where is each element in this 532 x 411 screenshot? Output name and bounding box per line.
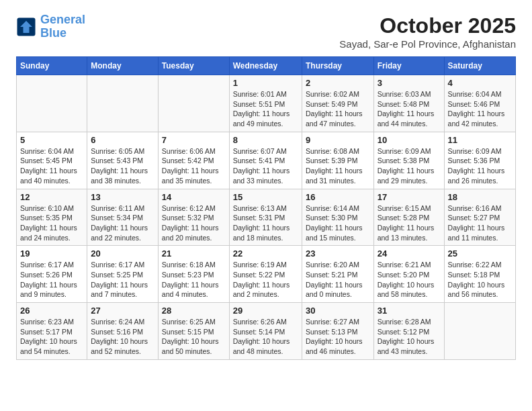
day-info: Sunrise: 6:27 AM Sunset: 5:13 PM Dayligh… — [306, 317, 370, 357]
day-number: 6 — [91, 135, 154, 145]
calendar-cell: 18Sunrise: 6:16 AM Sunset: 5:27 PM Dayli… — [444, 189, 515, 246]
calendar-cell: 14Sunrise: 6:12 AM Sunset: 5:32 PM Dayli… — [158, 189, 229, 246]
calendar-cell — [17, 75, 87, 132]
day-info: Sunrise: 6:14 AM Sunset: 5:30 PM Dayligh… — [306, 203, 370, 243]
column-header-tuesday: Tuesday — [158, 57, 229, 75]
day-info: Sunrise: 6:18 AM Sunset: 5:23 PM Dayligh… — [162, 260, 226, 300]
day-number: 25 — [448, 248, 512, 259]
calendar-cell — [444, 303, 515, 360]
calendar-cell: 19Sunrise: 6:17 AM Sunset: 5:26 PM Dayli… — [17, 246, 87, 303]
calendar-cell: 15Sunrise: 6:13 AM Sunset: 5:31 PM Dayli… — [229, 189, 302, 246]
calendar-cell: 2Sunrise: 6:02 AM Sunset: 5:49 PM Daylig… — [302, 75, 373, 132]
day-number: 10 — [378, 135, 441, 145]
calendar-cell: 27Sunrise: 6:24 AM Sunset: 5:16 PM Dayli… — [87, 303, 159, 360]
column-header-monday: Monday — [87, 57, 159, 75]
day-info: Sunrise: 6:17 AM Sunset: 5:25 PM Dayligh… — [91, 260, 154, 300]
day-info: Sunrise: 6:15 AM Sunset: 5:28 PM Dayligh… — [378, 203, 441, 243]
column-header-thursday: Thursday — [302, 57, 373, 75]
calendar-cell: 10Sunrise: 6:09 AM Sunset: 5:38 PM Dayli… — [373, 132, 444, 189]
calendar-cell: 12Sunrise: 6:10 AM Sunset: 5:35 PM Dayli… — [17, 189, 87, 246]
day-info: Sunrise: 6:10 AM Sunset: 5:35 PM Dayligh… — [20, 203, 83, 243]
day-info: Sunrise: 6:09 AM Sunset: 5:38 PM Dayligh… — [378, 146, 441, 186]
logo-text: General Blue — [40, 13, 85, 40]
day-info: Sunrise: 6:03 AM Sunset: 5:48 PM Dayligh… — [378, 89, 441, 129]
calendar-week-4: 19Sunrise: 6:17 AM Sunset: 5:26 PM Dayli… — [17, 246, 516, 303]
calendar-cell: 3Sunrise: 6:03 AM Sunset: 5:48 PM Daylig… — [373, 75, 444, 132]
column-header-saturday: Saturday — [444, 57, 515, 75]
day-number: 26 — [20, 306, 83, 316]
calendar-cell: 31Sunrise: 6:28 AM Sunset: 5:12 PM Dayli… — [373, 303, 444, 360]
calendar-week-1: 1Sunrise: 6:01 AM Sunset: 5:51 PM Daylig… — [17, 75, 516, 132]
day-info: Sunrise: 6:20 AM Sunset: 5:21 PM Dayligh… — [306, 260, 370, 300]
day-info: Sunrise: 6:04 AM Sunset: 5:45 PM Dayligh… — [20, 146, 83, 186]
day-info: Sunrise: 6:24 AM Sunset: 5:16 PM Dayligh… — [91, 317, 154, 357]
day-info: Sunrise: 6:02 AM Sunset: 5:49 PM Dayligh… — [306, 89, 370, 129]
day-info: Sunrise: 6:07 AM Sunset: 5:41 PM Dayligh… — [233, 146, 298, 186]
calendar-cell: 30Sunrise: 6:27 AM Sunset: 5:13 PM Dayli… — [302, 303, 373, 360]
calendar-week-5: 26Sunrise: 6:23 AM Sunset: 5:17 PM Dayli… — [17, 303, 516, 360]
day-number: 29 — [233, 306, 298, 316]
day-number: 24 — [378, 248, 441, 259]
calendar-week-2: 5Sunrise: 6:04 AM Sunset: 5:45 PM Daylig… — [17, 132, 516, 189]
location-subtitle: Sayad, Sar-e Pol Province, Afghanistan — [339, 38, 516, 50]
day-number: 9 — [306, 135, 370, 145]
logo: General Blue — [16, 13, 85, 40]
day-info: Sunrise: 6:25 AM Sunset: 5:15 PM Dayligh… — [162, 317, 226, 357]
day-number: 22 — [233, 248, 298, 259]
day-info: Sunrise: 6:01 AM Sunset: 5:51 PM Dayligh… — [233, 89, 298, 129]
column-header-friday: Friday — [373, 57, 444, 75]
calendar-cell: 26Sunrise: 6:23 AM Sunset: 5:17 PM Dayli… — [17, 303, 87, 360]
day-info: Sunrise: 6:22 AM Sunset: 5:18 PM Dayligh… — [448, 260, 512, 300]
calendar-cell: 22Sunrise: 6:19 AM Sunset: 5:22 PM Dayli… — [229, 246, 302, 303]
day-number: 5 — [20, 135, 83, 145]
day-number: 13 — [91, 192, 154, 202]
day-info: Sunrise: 6:13 AM Sunset: 5:31 PM Dayligh… — [233, 203, 298, 243]
logo-line2: Blue — [40, 26, 66, 40]
logo-line1: General — [40, 13, 85, 26]
column-header-sunday: Sunday — [17, 57, 87, 75]
calendar-cell: 29Sunrise: 6:26 AM Sunset: 5:14 PM Dayli… — [229, 303, 302, 360]
calendar-cell: 24Sunrise: 6:21 AM Sunset: 5:20 PM Dayli… — [373, 246, 444, 303]
day-info: Sunrise: 6:19 AM Sunset: 5:22 PM Dayligh… — [233, 260, 298, 300]
day-number: 2 — [306, 78, 370, 88]
day-number: 4 — [448, 78, 512, 88]
day-number: 7 — [162, 135, 226, 145]
day-info: Sunrise: 6:09 AM Sunset: 5:36 PM Dayligh… — [448, 146, 512, 186]
day-number: 23 — [306, 248, 370, 259]
day-info: Sunrise: 6:06 AM Sunset: 5:42 PM Dayligh… — [162, 146, 226, 186]
day-number: 20 — [91, 248, 154, 259]
calendar-cell: 17Sunrise: 6:15 AM Sunset: 5:28 PM Dayli… — [373, 189, 444, 246]
day-info: Sunrise: 6:17 AM Sunset: 5:26 PM Dayligh… — [20, 260, 83, 300]
calendar-cell: 21Sunrise: 6:18 AM Sunset: 5:23 PM Dayli… — [158, 246, 229, 303]
day-number: 31 — [378, 306, 441, 316]
calendar-cell: 13Sunrise: 6:11 AM Sunset: 5:34 PM Dayli… — [87, 189, 159, 246]
calendar-cell — [87, 75, 159, 132]
calendar-header: SundayMondayTuesdayWednesdayThursdayFrid… — [17, 57, 516, 75]
calendar-cell: 5Sunrise: 6:04 AM Sunset: 5:45 PM Daylig… — [17, 132, 87, 189]
day-info: Sunrise: 6:04 AM Sunset: 5:46 PM Dayligh… — [448, 89, 512, 129]
day-info: Sunrise: 6:28 AM Sunset: 5:12 PM Dayligh… — [378, 317, 441, 357]
calendar-week-3: 12Sunrise: 6:10 AM Sunset: 5:35 PM Dayli… — [17, 189, 516, 246]
calendar-cell: 9Sunrise: 6:08 AM Sunset: 5:39 PM Daylig… — [302, 132, 373, 189]
day-info: Sunrise: 6:11 AM Sunset: 5:34 PM Dayligh… — [91, 203, 154, 243]
day-number: 16 — [306, 192, 370, 202]
month-title: October 2025 — [339, 13, 516, 38]
calendar-cell: 28Sunrise: 6:25 AM Sunset: 5:15 PM Dayli… — [158, 303, 229, 360]
calendar-table: SundayMondayTuesdayWednesdayThursdayFrid… — [16, 56, 516, 360]
day-number: 28 — [162, 306, 226, 316]
logo-icon — [16, 17, 36, 37]
day-number: 19 — [20, 248, 83, 259]
day-number: 21 — [162, 248, 226, 259]
calendar-cell: 16Sunrise: 6:14 AM Sunset: 5:30 PM Dayli… — [302, 189, 373, 246]
calendar-cell: 25Sunrise: 6:22 AM Sunset: 5:18 PM Dayli… — [444, 246, 515, 303]
calendar-cell: 4Sunrise: 6:04 AM Sunset: 5:46 PM Daylig… — [444, 75, 515, 132]
day-info: Sunrise: 6:26 AM Sunset: 5:14 PM Dayligh… — [233, 317, 298, 357]
calendar-cell: 11Sunrise: 6:09 AM Sunset: 5:36 PM Dayli… — [444, 132, 515, 189]
day-info: Sunrise: 6:16 AM Sunset: 5:27 PM Dayligh… — [448, 203, 512, 243]
calendar-cell: 1Sunrise: 6:01 AM Sunset: 5:51 PM Daylig… — [229, 75, 302, 132]
calendar-body: 1Sunrise: 6:01 AM Sunset: 5:51 PM Daylig… — [17, 75, 516, 360]
calendar-cell: 20Sunrise: 6:17 AM Sunset: 5:25 PM Dayli… — [87, 246, 159, 303]
calendar-cell — [158, 75, 229, 132]
day-number: 15 — [233, 192, 298, 202]
day-number: 17 — [378, 192, 441, 202]
